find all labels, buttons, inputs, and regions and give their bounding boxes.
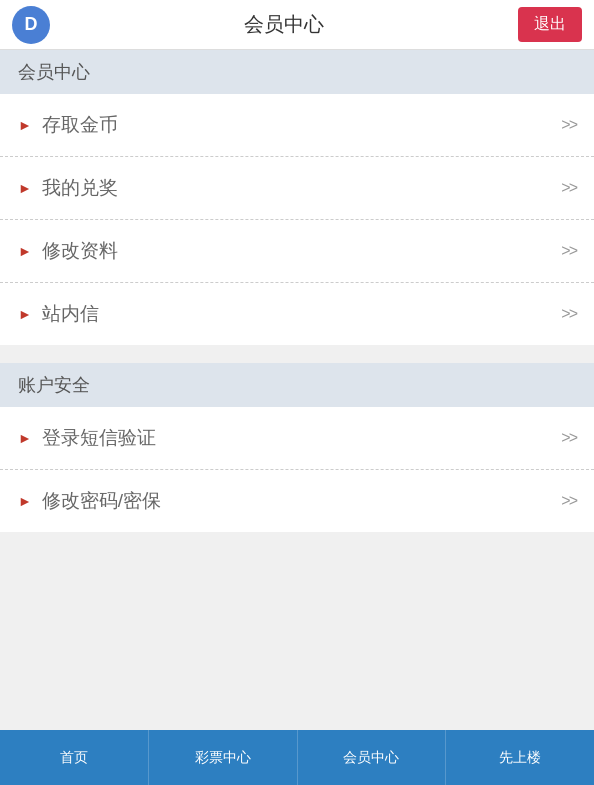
menu-label-inbox: 站内信 bbox=[42, 301, 99, 327]
chevron-right-deposit: >> bbox=[561, 116, 576, 134]
chevron-right-password: >> bbox=[561, 492, 576, 510]
header: D 会员中心 退出 bbox=[0, 0, 594, 50]
logo: D bbox=[12, 6, 50, 44]
bullet-icon-deposit: ► bbox=[18, 118, 32, 132]
menu-list-security: ► 登录短信验证 >> ► 修改密码/密保 >> bbox=[0, 407, 594, 532]
menu-item-deposit-coins[interactable]: ► 存取金币 >> bbox=[0, 94, 594, 157]
menu-item-edit-profile[interactable]: ► 修改资料 >> bbox=[0, 220, 594, 283]
bullet-icon-rewards: ► bbox=[18, 181, 32, 195]
tab-lottery[interactable]: 彩票中心 bbox=[149, 730, 298, 785]
tab-contact[interactable]: 先上楼 bbox=[446, 730, 594, 785]
menu-label-password: 修改密码/密保 bbox=[42, 488, 161, 514]
chevron-right-rewards: >> bbox=[561, 179, 576, 197]
menu-item-change-password[interactable]: ► 修改密码/密保 >> bbox=[0, 470, 594, 532]
chevron-right-inbox: >> bbox=[561, 305, 576, 323]
bullet-icon-profile: ► bbox=[18, 244, 32, 258]
bullet-icon-inbox: ► bbox=[18, 307, 32, 321]
section-header-security: 账户安全 bbox=[0, 363, 594, 407]
logout-button[interactable]: 退出 bbox=[518, 7, 582, 42]
tab-home[interactable]: 首页 bbox=[0, 730, 149, 785]
chevron-right-sms: >> bbox=[561, 429, 576, 447]
bullet-icon-sms: ► bbox=[18, 431, 32, 445]
menu-list-member: ► 存取金币 >> ► 我的兑奖 >> ► 修改资料 >> ► 站内信 >> bbox=[0, 94, 594, 345]
page-title: 会员中心 bbox=[50, 11, 518, 38]
menu-item-my-rewards[interactable]: ► 我的兑奖 >> bbox=[0, 157, 594, 220]
tab-bar: 首页 彩票中心 会员中心 先上楼 bbox=[0, 730, 594, 785]
chevron-right-profile: >> bbox=[561, 242, 576, 260]
menu-label-sms: 登录短信验证 bbox=[42, 425, 156, 451]
logo-text: D bbox=[25, 14, 38, 35]
menu-label-deposit: 存取金币 bbox=[42, 112, 118, 138]
menu-label-profile: 修改资料 bbox=[42, 238, 118, 264]
menu-label-rewards: 我的兑奖 bbox=[42, 175, 118, 201]
menu-item-sms-login[interactable]: ► 登录短信验证 >> bbox=[0, 407, 594, 470]
section-spacer bbox=[0, 345, 594, 363]
menu-item-inbox[interactable]: ► 站内信 >> bbox=[0, 283, 594, 345]
tab-member[interactable]: 会员中心 bbox=[298, 730, 447, 785]
section-header-member: 会员中心 bbox=[0, 50, 594, 94]
bullet-icon-password: ► bbox=[18, 494, 32, 508]
